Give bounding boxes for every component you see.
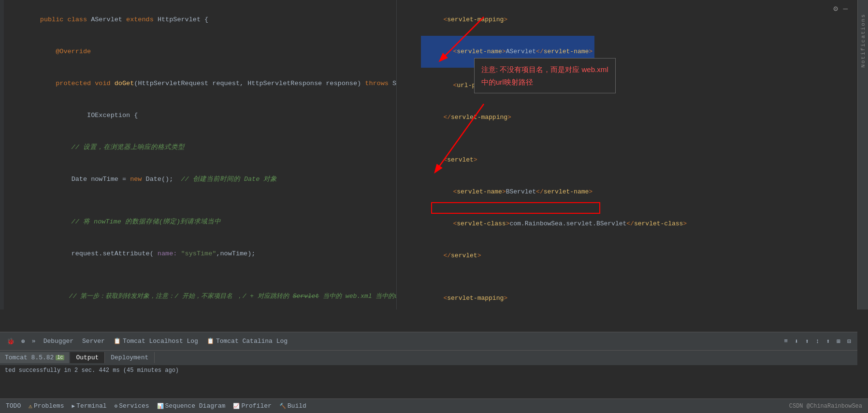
minimize-icon[interactable]: — — [843, 4, 848, 15]
code-line-11: // 第一步：获取到转发对象，注意：/ 开始，不家项目名 ，/ + 对应跳转的 … — [4, 280, 396, 310]
xml-line: <servlet-name>BServlet</servlet-name> — [421, 176, 853, 208]
toolbar-action-2[interactable]: ⬇ — [792, 336, 801, 347]
xml-line: <servlet-mapping> — [411, 282, 853, 310]
terminal-btn[interactable]: ▶ Terminal — [68, 401, 110, 411]
notifications-sidebar: Notifications — [857, 0, 868, 310]
editor-container: public class AServlet extends HttpServle… — [0, 0, 868, 310]
toolbar-action-3[interactable]: ⬆ — [803, 336, 811, 347]
right-xml-panel[interactable]: <servlet-mapping> <servlet-name>AServlet… — [396, 0, 857, 310]
toolbar-action-5[interactable]: ⬆ — [824, 336, 833, 347]
debugger-btn[interactable]: Debugger — [40, 336, 77, 346]
code-line-5: // 设置，在浏览器上响应的格式类型 — [4, 132, 396, 163]
debug-icon[interactable]: 🐞 — [4, 336, 17, 347]
code-line-1: public class AServlet extends HttpServle… — [4, 4, 396, 36]
todo-btn[interactable]: TODO — [2, 401, 25, 411]
tomcat-catalina-log-btn[interactable]: 📋 Tomcat Catalina Log — [203, 336, 291, 346]
toolbar-action-1[interactable]: ≡ — [781, 336, 790, 346]
settings-icon[interactable]: ⚙ — [833, 4, 838, 15]
code-line-2: @Override — [4, 36, 396, 68]
code-line-8: // 将 nowTime 的数据存储(绑定)到请求域当中 — [4, 206, 396, 238]
build-btn[interactable]: 🔨 Build — [275, 401, 310, 411]
svg-line-3 — [435, 104, 484, 172]
bottom-toolbar: 🐞 ⊛ » Debugger Server 📋 Tomcat Localhost… — [0, 332, 857, 350]
deployment-tab[interactable]: Deployment — [105, 352, 155, 363]
filter-icon[interactable]: ⊛ — [18, 336, 28, 347]
toolbar-action-4[interactable]: ↕ — [813, 336, 822, 346]
tomcat-localhost-log-btn[interactable]: 📋 Tomcat Localhost Log — [110, 336, 202, 346]
svg-line-1 — [440, 17, 484, 60]
xml-line: </servlet> — [411, 240, 853, 272]
toolbar-action-6[interactable]: ⊞ — [834, 336, 843, 347]
code-line-3: protected void doGet(HttpServletRequest … — [4, 68, 396, 100]
tomcat-label[interactable]: Tomcat 8.5.82 lc — [0, 352, 69, 363]
code-line-6: Date nowTime = new Date(); // 创建当前时间的 Da… — [4, 163, 396, 195]
left-code-panel[interactable]: public class AServlet extends HttpServle… — [4, 0, 396, 310]
xml-line: <servlet-class>com.RainbowSea.servlet.BS… — [421, 208, 853, 240]
red-arrow-up — [435, 15, 522, 68]
services-btn[interactable]: ⚙ Services — [111, 401, 153, 411]
log-area: ted successfully in 2 sec. 442 ms (45 mi… — [0, 365, 857, 384]
code-line-9: request.setAttribute( name: "sysTime",no… — [4, 238, 396, 270]
notifications-label[interactable]: Notifications — [860, 14, 866, 68]
server-btn[interactable]: Server — [78, 336, 109, 346]
profiler-btn[interactable]: 📈 Profiler — [229, 401, 275, 411]
red-arrow-down — [426, 102, 522, 179]
output-tab[interactable]: Output — [70, 352, 105, 363]
gutter — [0, 0, 4, 310]
tomcat-bar: Tomcat 8.5.82 lc Output Deployment — [0, 350, 857, 365]
status-bar: TODO ⚠ Problems ▶ Terminal ⚙ Services 📊 … — [0, 398, 868, 413]
expand-icon[interactable]: » — [29, 336, 39, 346]
sequence-diagram-btn[interactable]: 📊 Sequence Diagram — [153, 401, 230, 411]
status-right-text: CSDN @ChinaRainbowSea — [789, 403, 866, 410]
toolbar-action-7[interactable]: ⊟ — [845, 336, 854, 347]
code-line-4: IOException { — [4, 100, 396, 132]
problems-btn[interactable]: ⚠ Problems — [25, 401, 68, 411]
